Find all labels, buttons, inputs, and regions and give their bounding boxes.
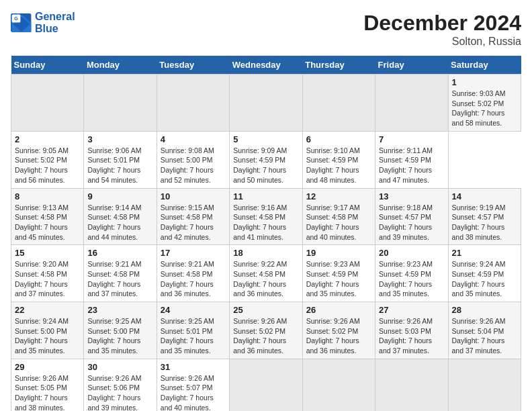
logo: G General Blue — [11, 11, 75, 35]
sunset: Sunset: 4:58 PM — [87, 269, 152, 279]
daylight: Daylight: 7 hours and 35 minutes. — [306, 279, 371, 299]
daylight: Daylight: 7 hours and 36 minutes. — [233, 279, 298, 299]
day-cell-7: 7 Sunrise: 9:11 AM Sunset: 4:59 PM Dayli… — [375, 131, 448, 188]
sunset: Sunset: 4:59 PM — [379, 269, 444, 279]
sunrise: Sunrise: 9:24 AM — [15, 316, 80, 326]
day-cell-31: 31 Sunrise: 9:26 AM Sunset: 5:07 PM Dayl… — [157, 359, 229, 411]
day-info: Sunrise: 9:26 AM Sunset: 5:03 PM Dayligh… — [379, 316, 444, 356]
month-title: December 2024 — [363, 11, 521, 36]
day-info: Sunrise: 9:06 AM Sunset: 5:01 PM Dayligh… — [87, 146, 152, 185]
day-cell-5: 5 Sunrise: 9:09 AM Sunset: 4:59 PM Dayli… — [230, 131, 302, 188]
day-number: 26 — [306, 305, 371, 315]
daylight: Daylight: 7 hours and 37 minutes. — [379, 336, 444, 355]
week-row-6: 29 Sunrise: 9:26 AM Sunset: 5:05 PM Dayl… — [11, 359, 521, 411]
day-number: 8 — [15, 191, 80, 201]
day-info: Sunrise: 9:25 AM Sunset: 5:01 PM Dayligh… — [161, 316, 226, 356]
daylight: Daylight: 7 hours and 35 minutes. — [452, 279, 517, 299]
day-cell-18: 18 Sunrise: 9:22 AM Sunset: 4:58 PM Dayl… — [230, 245, 302, 302]
sunrise: Sunrise: 9:26 AM — [161, 373, 226, 383]
sunrise: Sunrise: 9:26 AM — [87, 373, 152, 383]
day-number: 24 — [161, 305, 226, 315]
day-info: Sunrise: 9:09 AM Sunset: 4:59 PM Dayligh… — [233, 146, 298, 185]
day-cell-26: 26 Sunrise: 9:26 AM Sunset: 5:02 PM Dayl… — [302, 302, 375, 359]
sunset: Sunset: 4:58 PM — [87, 212, 152, 222]
day-cell-14: 14 Sunrise: 9:19 AM Sunset: 4:57 PM Dayl… — [448, 188, 521, 245]
day-number: 5 — [233, 134, 298, 144]
sunset: Sunset: 4:58 PM — [306, 212, 371, 222]
day-info: Sunrise: 9:11 AM Sunset: 4:59 PM Dayligh… — [379, 146, 444, 185]
day-number: 21 — [452, 248, 517, 258]
sunrise: Sunrise: 9:25 AM — [87, 316, 152, 326]
svg-text:G: G — [14, 15, 18, 21]
sunset: Sunset: 4:57 PM — [379, 212, 444, 222]
sunrise: Sunrise: 9:10 AM — [306, 146, 371, 156]
day-cell-9: 9 Sunrise: 9:14 AM Sunset: 4:58 PM Dayli… — [84, 188, 157, 245]
day-number: 1 — [452, 77, 517, 87]
sunset: Sunset: 4:59 PM — [306, 155, 371, 165]
day-cell-30: 30 Sunrise: 9:26 AM Sunset: 5:06 PM Dayl… — [84, 359, 157, 411]
sunrise: Sunrise: 9:16 AM — [233, 203, 298, 213]
sunset: Sunset: 4:58 PM — [161, 212, 226, 222]
daylight: Daylight: 7 hours and 54 minutes. — [87, 165, 152, 185]
day-info: Sunrise: 9:23 AM Sunset: 4:59 PM Dayligh… — [306, 259, 371, 299]
sunset: Sunset: 4:58 PM — [15, 269, 80, 279]
empty-cell — [448, 359, 521, 411]
sunrise: Sunrise: 9:17 AM — [306, 203, 371, 213]
sunset: Sunset: 5:06 PM — [87, 383, 152, 393]
day-number: 28 — [452, 305, 517, 315]
sunrise: Sunrise: 9:26 AM — [15, 373, 80, 383]
day-info: Sunrise: 9:20 AM Sunset: 4:58 PM Dayligh… — [15, 259, 80, 299]
day-info: Sunrise: 9:24 AM Sunset: 5:00 PM Dayligh… — [15, 316, 80, 356]
daylight: Daylight: 7 hours and 50 minutes. — [233, 165, 298, 185]
empty-cell — [375, 75, 448, 132]
day-cell-12: 12 Sunrise: 9:17 AM Sunset: 4:58 PM Dayl… — [302, 188, 375, 245]
week-row-4: 15 Sunrise: 9:20 AM Sunset: 4:58 PM Dayl… — [11, 245, 521, 302]
daylight: Daylight: 7 hours and 37 minutes. — [15, 279, 80, 299]
day-cell-6: 6 Sunrise: 9:10 AM Sunset: 4:59 PM Dayli… — [302, 131, 375, 188]
sunset: Sunset: 5:00 PM — [161, 155, 226, 165]
sunset: Sunset: 4:58 PM — [233, 212, 298, 222]
day-header-thursday: Thursday — [302, 56, 375, 75]
day-number: 3 — [87, 134, 152, 144]
day-cell-17: 17 Sunrise: 9:21 AM Sunset: 4:58 PM Dayl… — [157, 245, 229, 302]
day-info: Sunrise: 9:05 AM Sunset: 5:02 PM Dayligh… — [15, 146, 80, 185]
day-number: 14 — [452, 191, 517, 201]
day-info: Sunrise: 9:14 AM Sunset: 4:58 PM Dayligh… — [87, 203, 152, 242]
sunset: Sunset: 5:04 PM — [452, 326, 517, 336]
day-info: Sunrise: 9:18 AM Sunset: 4:57 PM Dayligh… — [379, 203, 444, 242]
empty-cell — [230, 75, 302, 132]
day-number: 22 — [15, 305, 80, 315]
day-info: Sunrise: 9:24 AM Sunset: 4:59 PM Dayligh… — [452, 259, 517, 299]
header-row: SundayMondayTuesdayWednesdayThursdayFrid… — [11, 56, 521, 75]
sunrise: Sunrise: 9:23 AM — [306, 259, 371, 269]
day-number: 4 — [161, 134, 226, 144]
day-cell-21: 21 Sunrise: 9:24 AM Sunset: 4:59 PM Dayl… — [448, 245, 521, 302]
day-cell-2: 2 Sunrise: 9:05 AM Sunset: 5:02 PM Dayli… — [11, 131, 84, 188]
day-cell-22: 22 Sunrise: 9:24 AM Sunset: 5:00 PM Dayl… — [11, 302, 84, 359]
sunrise: Sunrise: 9:09 AM — [233, 146, 298, 156]
daylight: Daylight: 7 hours and 37 minutes. — [452, 336, 517, 355]
sunset: Sunset: 4:58 PM — [233, 269, 298, 279]
title-section: December 2024 Solton, Russia — [363, 11, 521, 48]
sunset: Sunset: 4:59 PM — [379, 155, 444, 165]
sunrise: Sunrise: 9:25 AM — [161, 316, 226, 326]
day-info: Sunrise: 9:26 AM Sunset: 5:04 PM Dayligh… — [452, 316, 517, 356]
empty-cell — [302, 359, 375, 411]
day-number: 7 — [379, 134, 444, 144]
empty-cell — [11, 75, 84, 132]
sunset: Sunset: 5:01 PM — [161, 326, 226, 336]
daylight: Daylight: 7 hours and 38 minutes. — [452, 222, 517, 242]
sunrise: Sunrise: 9:21 AM — [87, 259, 152, 269]
day-cell-8: 8 Sunrise: 9:13 AM Sunset: 4:58 PM Dayli… — [11, 188, 84, 245]
calendar-table: SundayMondayTuesdayWednesdayThursdayFrid… — [11, 56, 521, 411]
day-cell-4: 4 Sunrise: 9:08 AM Sunset: 5:00 PM Dayli… — [157, 131, 229, 188]
sunset: Sunset: 5:00 PM — [15, 326, 80, 336]
day-info: Sunrise: 9:26 AM Sunset: 5:07 PM Dayligh… — [161, 373, 226, 411]
week-row-3: 8 Sunrise: 9:13 AM Sunset: 4:58 PM Dayli… — [11, 188, 521, 245]
day-cell-13: 13 Sunrise: 9:18 AM Sunset: 4:57 PM Dayl… — [375, 188, 448, 245]
daylight: Daylight: 7 hours and 47 minutes. — [379, 165, 444, 185]
day-number: 13 — [379, 191, 444, 201]
daylight: Daylight: 7 hours and 38 minutes. — [15, 393, 80, 411]
day-number: 29 — [15, 362, 80, 372]
empty-cell — [230, 359, 302, 411]
